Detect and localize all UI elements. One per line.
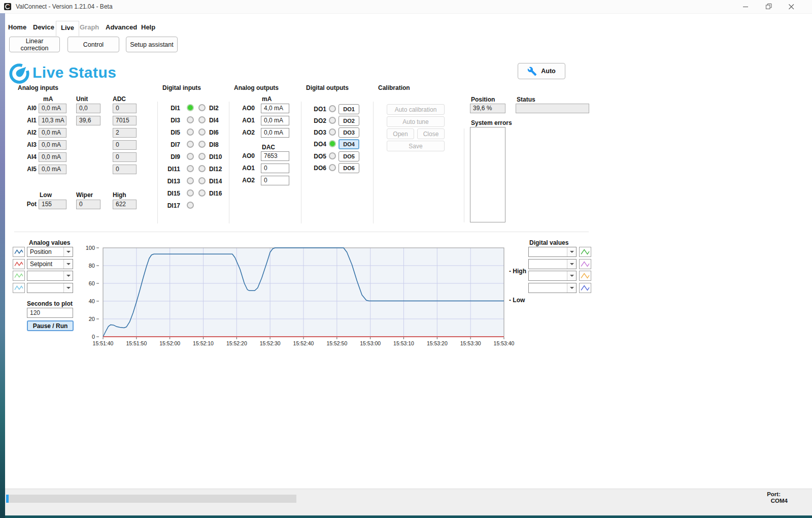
restore-button[interactable] xyxy=(757,0,780,13)
di2-indicator xyxy=(198,104,206,111)
ai-col-ma: mA xyxy=(43,95,53,103)
di10-indicator xyxy=(198,153,206,160)
analog-value-select-2[interactable]: Setpoint xyxy=(27,259,73,269)
pot-wiper-field: 0 xyxy=(76,200,100,209)
auto-button[interactable]: Auto xyxy=(518,63,565,79)
close-button[interactable] xyxy=(780,0,803,13)
menu-help[interactable]: Help xyxy=(141,23,155,31)
di-label: DI13 xyxy=(161,178,180,185)
di14-indicator xyxy=(198,177,206,184)
svg-text:- Low: - Low xyxy=(509,297,525,304)
svg-text:15:52:40: 15:52:40 xyxy=(293,340,314,346)
auto-tune-button: Auto tune xyxy=(387,116,445,127)
ao-label: AO0 xyxy=(236,152,255,159)
pot-low-label: Low xyxy=(40,191,52,199)
menu-home[interactable]: Home xyxy=(8,23,26,31)
analog-value-select-1[interactable]: Position xyxy=(27,247,73,257)
app-icon xyxy=(4,3,11,10)
digital-series-4-line-icon xyxy=(579,283,591,293)
ao-dac-header: DAC xyxy=(262,144,275,151)
ai5-ma-field: 0,0 mA xyxy=(39,165,66,174)
di11-indicator xyxy=(187,165,194,172)
ai2-adc-field: 2 xyxy=(113,128,137,138)
di4-indicator xyxy=(198,116,206,123)
app-window: ValConnect - Version 1.21.04 - Beta Home… xyxy=(0,0,812,518)
minimize-button[interactable] xyxy=(734,0,757,13)
svg-text:15:53:00: 15:53:00 xyxy=(360,340,381,346)
pot-row-label: Pot xyxy=(18,201,37,208)
do1-indicator xyxy=(329,105,336,112)
menu-live-active-tab[interactable]: Live xyxy=(56,21,79,36)
close-icon xyxy=(789,4,794,10)
ao1-dac-field[interactable]: 0 xyxy=(261,164,289,173)
ai-row-label: AI0 xyxy=(18,105,37,112)
auto-button-label: Auto xyxy=(541,68,555,75)
ao-label: AO0 xyxy=(236,105,255,112)
position-label: Position xyxy=(471,96,495,103)
live-chart: 15:51:4015:51:5015:52:0015:52:1015:52:20… xyxy=(71,239,518,353)
control-button[interactable]: Control xyxy=(67,37,119,52)
di-label: DI17 xyxy=(161,202,180,209)
menu-advanced[interactable]: Advanced xyxy=(106,23,137,31)
digital-value-select-1[interactable] xyxy=(528,247,577,257)
di16-indicator xyxy=(198,189,206,197)
close-button: Close xyxy=(417,128,445,139)
di13-indicator xyxy=(187,177,194,184)
do4-button[interactable]: DO4 xyxy=(339,139,359,149)
ao2-dac-field[interactable]: 0 xyxy=(261,176,289,185)
digital-value-select-3[interactable] xyxy=(528,271,577,281)
do-label: DO4 xyxy=(307,141,326,148)
ao0-dac-field[interactable]: 7653 xyxy=(261,151,289,161)
do1-button[interactable]: DO1 xyxy=(339,104,359,114)
chevron-down-icon xyxy=(567,271,576,280)
ai-row-label: AI5 xyxy=(18,166,37,173)
menu-graph: Graph xyxy=(80,23,99,31)
svg-text:80: 80 xyxy=(89,263,95,269)
ao1-ma-field[interactable]: 0,0 mA xyxy=(261,116,289,125)
di-label: DI8 xyxy=(209,141,219,148)
di5-indicator xyxy=(187,128,194,136)
svg-text:- High: - High xyxy=(509,268,526,275)
do-label: DO3 xyxy=(307,129,326,136)
divider xyxy=(373,102,374,223)
ai3-ma-field: 0,0 mA xyxy=(39,140,66,150)
do2-button[interactable]: DO2 xyxy=(339,116,359,126)
svg-text:15:53:20: 15:53:20 xyxy=(427,340,448,346)
di-label: DI3 xyxy=(161,117,180,124)
ai-row-label: AI1 xyxy=(18,117,37,124)
di-label: DI2 xyxy=(209,105,219,112)
pause-run-button[interactable]: Pause / Run xyxy=(27,320,74,331)
svg-text:100: 100 xyxy=(86,245,95,251)
linear-correction-button[interactable]: Linear correction xyxy=(9,37,60,52)
ai4-ma-field: 0,0 mA xyxy=(39,152,66,162)
svg-text:15:51:40: 15:51:40 xyxy=(93,340,114,346)
auto-calibration-button: Auto calibration xyxy=(387,104,445,115)
position-field: 39,6 % xyxy=(470,104,505,113)
di-label: DI7 xyxy=(161,141,180,148)
do-label: DO2 xyxy=(307,117,326,124)
seconds-to-plot-field[interactable]: 120 xyxy=(27,308,73,318)
di-label: DI16 xyxy=(209,190,222,197)
svg-text:15:52:20: 15:52:20 xyxy=(226,340,247,346)
digital-values-label: Digital values xyxy=(529,239,568,246)
do-label: DO1 xyxy=(307,106,326,113)
analog-value-select-4[interactable] xyxy=(27,283,73,293)
digital-value-select-2[interactable] xyxy=(528,259,577,269)
do3-indicator xyxy=(329,128,336,136)
do5-button[interactable]: DO5 xyxy=(339,151,359,161)
scrollbar-thumb[interactable] xyxy=(6,495,9,503)
do6-button[interactable]: DO6 xyxy=(339,163,359,173)
horizontal-scrollbar[interactable] xyxy=(6,495,296,503)
svg-text:60: 60 xyxy=(89,280,95,286)
ao2-ma-field[interactable]: 0,0 mA xyxy=(261,128,289,138)
do3-button[interactable]: DO3 xyxy=(339,127,359,138)
desktop-edge-bottom xyxy=(5,515,812,518)
svg-text:15:52:50: 15:52:50 xyxy=(326,340,347,346)
ai3-adc-field: 0 xyxy=(113,140,137,150)
setup-assistant-button[interactable]: Setup assistant xyxy=(126,37,178,52)
analog-value-select-3[interactable] xyxy=(27,271,73,281)
ao0-ma-field[interactable]: 4,0 mA xyxy=(261,104,289,113)
menu-device[interactable]: Device xyxy=(33,23,54,31)
digital-value-select-4[interactable] xyxy=(528,283,577,293)
di-label: DI1 xyxy=(161,105,180,112)
